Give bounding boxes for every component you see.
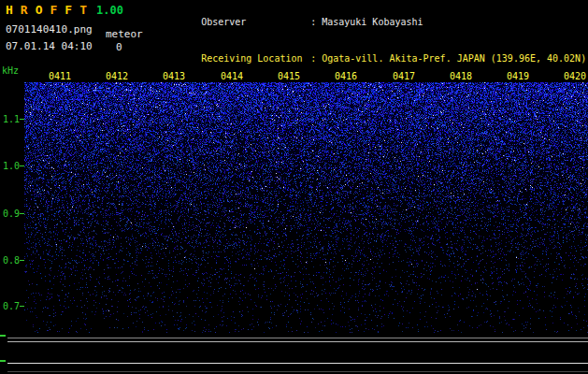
- app-title-letter: F: [65, 3, 72, 17]
- time-tick-label: 0415: [278, 71, 300, 81]
- output-filename: 0701140410.png: [6, 23, 93, 36]
- time-tick-label: 0418: [450, 71, 472, 81]
- signal-strip-tick-mark: [0, 335, 6, 337]
- freq-tick-label: 0.9: [3, 209, 20, 219]
- app-title-letter: R: [21, 3, 28, 17]
- time-tick-label: 0411: [49, 71, 71, 81]
- info-label: Receiving Location: [201, 52, 310, 65]
- freq-tick-label: 1.1: [3, 114, 20, 124]
- time-tick-label: 0416: [335, 71, 357, 81]
- time-tick-label: 0417: [393, 71, 415, 81]
- time-tick-label: 0414: [221, 71, 243, 81]
- signal-strip-tick-mark: [0, 360, 6, 362]
- app-title-letter: T: [79, 3, 87, 17]
- app-title: H R O F F T: [6, 3, 87, 17]
- app-title-letter: H: [6, 3, 13, 17]
- freq-tick-label: 0.8: [3, 255, 20, 266]
- freq-tick-label: 1.0: [3, 161, 20, 171]
- spectrogram-plot: [24, 82, 588, 333]
- signal-level-baseline: [7, 363, 588, 364]
- freq-tick-label: 0.7: [3, 301, 20, 311]
- observation-datetime: 07.01.14 04:10: [6, 40, 93, 52]
- info-row-observer: Observer: Masayuki Kobayashi: [167, 4, 586, 40]
- freq-axis-unit: kHz: [2, 65, 19, 76]
- info-separator: :: [310, 53, 316, 64]
- signal-strip-border: [7, 371, 588, 372]
- time-tick-label: 0420: [564, 71, 586, 81]
- app-title-letter: F: [50, 3, 57, 17]
- time-tick-label: 0412: [106, 71, 128, 81]
- info-separator: :: [310, 17, 316, 27]
- info-label: Observer: [201, 16, 310, 28]
- info-value: Masayuki Kobayashi: [322, 17, 423, 27]
- time-tick-label: 0413: [163, 71, 185, 81]
- signal-strip-gridline: [7, 338, 588, 338]
- observation-mode-label: meteor: [106, 28, 143, 40]
- signal-strip-gridline: [7, 341, 588, 342]
- info-value: Ogata-vill. Akita-Pref. JAPAN (139.96E, …: [322, 53, 586, 64]
- hrofft-window: H R O F F T 1.00 0701140410.png meteor 0…: [0, 0, 588, 374]
- app-title-letter: O: [36, 3, 43, 17]
- app-version: 1.00: [96, 4, 123, 17]
- echo-count: 0: [116, 41, 122, 53]
- time-tick-label: 0419: [507, 71, 529, 81]
